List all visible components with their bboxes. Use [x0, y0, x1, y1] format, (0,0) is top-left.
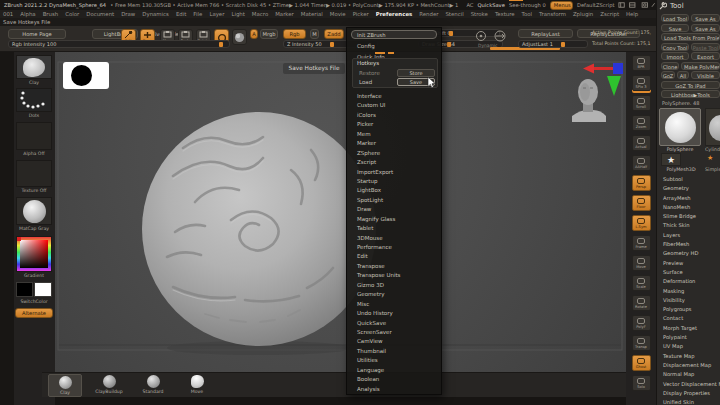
tool-subpalette-item[interactable]: Layers [657, 232, 720, 241]
pref-menu-item[interactable]: QuickSave [347, 319, 443, 328]
menu-item[interactable]: Brush [43, 11, 59, 17]
menu-item[interactable]: 001 [3, 11, 13, 17]
shelf-button[interactable]: L.Sym [632, 215, 651, 231]
menu-item[interactable]: Render [419, 11, 438, 17]
shelf-button[interactable]: Actual [632, 135, 651, 151]
pref-menu-item[interactable]: Geometry [347, 290, 443, 299]
tool-subpalette-item[interactable]: ArrayMesh [657, 195, 720, 204]
brush-slot[interactable]: Clay [48, 374, 82, 397]
menu-item[interactable]: Picker [353, 11, 369, 17]
shelf-button[interactable]: Scale [632, 275, 651, 291]
pref-menu-item[interactable]: Transpose Units [347, 271, 443, 280]
init-zbrush-button[interactable]: Init ZBrush [351, 30, 437, 39]
menu-item[interactable]: Texture [495, 11, 515, 17]
menu-item[interactable]: Tool [522, 11, 532, 17]
clone-button[interactable]: Clone [661, 62, 679, 70]
tool-subpalette-item[interactable]: Normal Map [657, 371, 720, 380]
menu-item[interactable]: Draw [121, 11, 135, 17]
pref-menu-item[interactable]: Marker [347, 139, 443, 148]
tool-subpalette-item[interactable]: Preview [657, 260, 720, 269]
brush-slot[interactable]: Standard [136, 374, 170, 397]
tool-subpalette-item[interactable]: Display Properties [657, 390, 720, 399]
shelf-button[interactable]: SPix 3 [632, 75, 651, 91]
menu-item[interactable]: File [193, 11, 202, 17]
tool-subpalette-item[interactable]: Visibility [657, 297, 720, 306]
polymesh3d-slot[interactable]: ★ [661, 153, 681, 166]
texture-thumbnail[interactable] [16, 160, 52, 187]
focal-shift-handle[interactable] [449, 31, 453, 36]
tool-subpalette-item[interactable]: Contact [657, 315, 720, 324]
import-button[interactable]: Import [661, 52, 689, 60]
save-button[interactable]: Save [661, 24, 689, 32]
pref-menu-item[interactable]: Transpose [347, 262, 443, 271]
pref-menu-item[interactable]: Thumbnail [347, 347, 443, 356]
copy-tool-button[interactable]: Copy Tool [661, 43, 689, 51]
pref-menu-item[interactable]: Draw [347, 205, 443, 214]
current-brush-thumbnail[interactable] [16, 55, 52, 79]
pref-menu-item[interactable]: Tablet [347, 224, 443, 233]
shelf-button[interactable]: Zoom [632, 115, 651, 131]
alpha-thumbnail[interactable] [16, 122, 52, 150]
config-item[interactable]: Config [357, 43, 375, 49]
pref-menu-item[interactable]: SpotLight [347, 196, 443, 205]
current-tool-thumbnail[interactable] [659, 108, 701, 146]
pref-menu-item[interactable]: Custom UI [347, 101, 443, 110]
tool-subpalette-item[interactable]: Deformation [657, 278, 720, 287]
goz-visible-button[interactable]: Visible [691, 71, 720, 79]
shelf-button[interactable]: Ghost [632, 355, 651, 371]
pref-menu-item[interactable]: Undo History [347, 309, 443, 318]
paste-tool-button[interactable]: Paste Tool [691, 43, 720, 51]
shelf-button[interactable]: Scroll [632, 95, 651, 111]
pref-menu-item[interactable]: Misc [347, 300, 443, 309]
hotkeys-restore-label[interactable]: Restore [359, 70, 380, 76]
home-page-button[interactable]: Home Page [8, 29, 66, 39]
goz-to-ipad-button[interactable]: GoZ To iPad [661, 81, 720, 89]
save2-button[interactable]: Save As [691, 24, 720, 32]
menu-item[interactable]: Layer [209, 11, 224, 17]
pref-menu-item[interactable]: Interface [347, 92, 443, 101]
menu-item[interactable]: Stroke [471, 11, 488, 17]
shelf-button[interactable]: Solo [632, 375, 651, 391]
z-intensity-handle[interactable] [330, 42, 334, 47]
menus-button[interactable]: Menus [550, 1, 573, 10]
menu-item[interactable]: Dynamics [142, 11, 169, 17]
main-color-swatch[interactable] [16, 282, 33, 297]
draw-size-handle[interactable] [447, 42, 451, 47]
load-tools-from-project-button[interactable]: Load Tools From Projects [661, 33, 720, 41]
tool-subpalette-item[interactable]: Texture Map [657, 353, 720, 362]
shelf-button[interactable]: PolyF [632, 315, 651, 331]
m-button[interactable]: M [310, 29, 319, 39]
tool-subpalette-item[interactable]: UV Map [657, 343, 720, 352]
lazy-mouse-icon[interactable] [474, 30, 488, 42]
tool-subpalette-item[interactable]: Surface [657, 269, 720, 278]
material-thumbnail[interactable] [16, 197, 52, 225]
goz-button[interactable]: GoZ [661, 71, 675, 79]
export-button[interactable]: Export [691, 52, 720, 60]
secondary-color-swatch[interactable] [34, 282, 52, 297]
tool-subpalette-item[interactable]: Geometry HD [657, 250, 720, 259]
tool-subpalette-item[interactable]: Polypaint [657, 334, 720, 343]
anchor-a-button[interactable]: A [250, 29, 258, 39]
shelf-button[interactable]: Rotate [632, 295, 651, 311]
menu-item[interactable]: Zplugin [573, 11, 593, 17]
pref-menu-item[interactable]: LightBox [347, 186, 443, 195]
pref-menu-item[interactable]: Picker [347, 120, 443, 129]
brush-preview-button[interactable] [232, 29, 247, 45]
stroke-type-thumbnail[interactable] [16, 88, 52, 112]
pref-menu-item[interactable]: ScreenSaver [347, 328, 443, 337]
hotkeys-load-label[interactable]: Load [359, 79, 372, 85]
second-tool-thumbnail[interactable] [705, 108, 720, 146]
camview-head[interactable] [572, 79, 606, 122]
pref-menu-item[interactable]: Gizmo 3D [347, 281, 443, 290]
pref-menu-item[interactable]: ZSphere [347, 149, 443, 158]
make-polymesh3d-button[interactable]: Make PolyMesh3D [681, 62, 720, 70]
tool-subpalette-item[interactable]: Subtool [657, 176, 720, 185]
menu-item[interactable]: Zscript [600, 11, 619, 17]
save-as-button[interactable]: Save As [691, 14, 720, 22]
tool-subpalette-item[interactable]: Slime Bridge [657, 213, 720, 222]
shelf-button[interactable]: AAHalf [632, 155, 651, 171]
tool-subpalette-item[interactable]: Morph Target [657, 325, 720, 334]
pref-menu-item[interactable]: 3DMouse [347, 234, 443, 243]
menu-item[interactable]: Edit [176, 11, 186, 17]
menu-item[interactable]: Color [65, 11, 79, 17]
